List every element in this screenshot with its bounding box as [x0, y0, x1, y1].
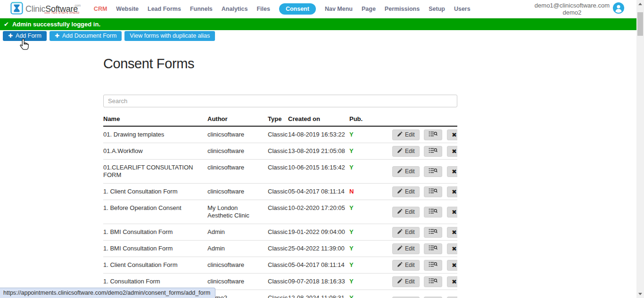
view-entries-button[interactable] [424, 243, 442, 254]
add-document-form-button-label: Add Document Form [62, 33, 116, 39]
plus-icon: ✚ [55, 33, 59, 39]
success-banner: ✔ Admin successfully logged in. [0, 18, 636, 30]
delete-button[interactable]: ✖ [447, 166, 457, 177]
view-entries-button[interactable] [424, 186, 442, 197]
form-created-cell: 10-02-2020 17:20:05 [288, 200, 349, 224]
delete-button[interactable]: ✖ [447, 129, 457, 140]
delete-button[interactable]: ✖ [447, 186, 457, 197]
edit-button[interactable]: Edit [392, 276, 420, 287]
pub-flag: Y [349, 278, 354, 285]
status-url-tooltip: https://appointments.clinicsoftware.com/… [0, 288, 215, 298]
pub-flag: Y [349, 131, 354, 138]
form-created-cell: 05-04-2017 08:11:14 [288, 257, 349, 274]
close-icon: ✖ [452, 279, 457, 285]
view-entries-button[interactable] [424, 276, 442, 287]
main-content: Consent Forms Name Author Type Created o… [103, 56, 457, 298]
edit-button[interactable]: Edit [392, 146, 420, 157]
nav-item-analytics[interactable]: Analytics [222, 4, 248, 14]
nav-item-website[interactable]: Website [116, 4, 139, 14]
view-entries-button[interactable] [424, 297, 442, 298]
pub-flag: N [349, 188, 354, 195]
view-entries-button[interactable] [424, 129, 442, 140]
scrollbar-thumb[interactable] [637, 12, 643, 36]
delete-button[interactable]: ✖ [447, 243, 457, 254]
form-author-cell: clinicsoftware [207, 143, 268, 160]
delete-button[interactable]: ✖ [447, 227, 457, 238]
nav-item-permissions[interactable]: Permissions [385, 4, 420, 14]
pencil-icon [397, 245, 403, 252]
user-block[interactable]: demo1@clinicsoftware.com demo2 [535, 2, 624, 16]
list-search-icon [429, 168, 438, 175]
list-search-icon [429, 261, 438, 269]
form-type-cell: Classic [268, 126, 288, 143]
view-entries-button[interactable] [424, 166, 442, 177]
delete-button[interactable]: ✖ [447, 146, 457, 157]
nav-item-funnels[interactable]: Funnels [190, 4, 213, 14]
search-input[interactable] [103, 95, 457, 107]
brand-logo[interactable]: ClinicSoftware .com TEN STEPS AHEAD [10, 1, 80, 17]
nav-item-users[interactable]: Users [454, 4, 471, 14]
edit-button[interactable]: Edit [392, 129, 420, 140]
pencil-icon [397, 229, 403, 236]
edit-button[interactable]: Edit [392, 243, 420, 254]
content-area: ClinicSoftware .com TEN STEPS AHEAD CRMW… [0, 0, 636, 298]
form-type-cell: Classic [268, 274, 288, 290]
check-icon: ✔ [4, 21, 9, 28]
view-entries-button[interactable] [424, 260, 442, 271]
scroll-up-icon[interactable] [638, 3, 642, 5]
edit-button-label: Edit [405, 148, 415, 154]
delete-button[interactable]: ✖ [447, 260, 457, 271]
form-pub-cell: Y [349, 257, 389, 274]
edit-button[interactable]: Edit [392, 227, 420, 238]
edit-button[interactable]: Edit [392, 166, 420, 177]
form-created-cell: 12-08-2024 11:08:31 [288, 290, 349, 298]
column-header-name: Name [103, 111, 207, 126]
nav-item-nav-menu[interactable]: Nav Menu [325, 4, 353, 14]
pencil-icon [397, 262, 403, 269]
view-entries-button[interactable] [424, 207, 442, 217]
pencil-icon [397, 168, 403, 175]
form-pub-cell: Y [349, 241, 389, 257]
pencil-icon [397, 188, 403, 195]
form-author-cell: clinicsoftware [207, 257, 268, 274]
form-created-cell: 19-01-2022 09:04:00 [288, 224, 349, 241]
success-banner-message: Admin successfully logged in. [12, 21, 100, 28]
table-row: 1. BMI Consultation Form Admin Classic 2… [103, 241, 457, 257]
edit-button[interactable]: Edit [392, 297, 420, 298]
delete-button[interactable]: ✖ [447, 297, 457, 298]
list-search-icon [429, 278, 438, 285]
form-created-cell: 25-04-2022 11:39:00 [288, 241, 349, 257]
edit-button[interactable]: Edit [392, 260, 420, 271]
nav-item-crm[interactable]: CRM [94, 4, 107, 14]
view-entries-button[interactable] [424, 227, 442, 238]
form-actions-cell: Edit ✖ [389, 184, 457, 200]
delete-button[interactable]: ✖ [447, 207, 457, 217]
add-form-button[interactable]: ✚ Add Form [3, 31, 47, 41]
nav-item-lead-forms[interactable]: Lead Forms [148, 4, 181, 14]
list-search-icon [429, 188, 438, 195]
form-pub-cell: N [349, 184, 389, 200]
edit-button[interactable]: Edit [392, 207, 420, 217]
hourglass-logo-icon [10, 1, 23, 17]
vertical-scrollbar[interactable] [636, 0, 644, 298]
add-document-form-button[interactable]: ✚ Add Document Form [50, 31, 122, 41]
nav-item-consent[interactable]: Consent [279, 3, 316, 15]
user-avatar-icon[interactable] [613, 2, 624, 16]
view-duplicate-alias-button[interactable]: View forms with duplicate alias [124, 31, 215, 41]
form-actions-cell: Edit ✖ [389, 224, 457, 241]
edit-button[interactable]: Edit [392, 186, 420, 197]
nav-item-page[interactable]: Page [362, 4, 376, 14]
user-email: demo1@clinicsoftware.com [535, 2, 610, 9]
nav-item-setup[interactable]: Setup [429, 4, 445, 14]
pencil-icon [397, 131, 403, 138]
user-name: demo2 [535, 9, 610, 16]
form-pub-cell: Y [349, 224, 389, 241]
column-header-actions [389, 111, 457, 126]
scroll-down-icon[interactable] [638, 293, 642, 295]
top-navbar: ClinicSoftware .com TEN STEPS AHEAD CRMW… [0, 0, 636, 18]
nav-item-files[interactable]: Files [256, 4, 270, 14]
form-name-cell: 1. Client Consultation Form [103, 257, 207, 274]
view-entries-button[interactable] [424, 146, 442, 157]
delete-button[interactable]: ✖ [447, 276, 457, 287]
form-pub-cell: Y [349, 160, 389, 184]
